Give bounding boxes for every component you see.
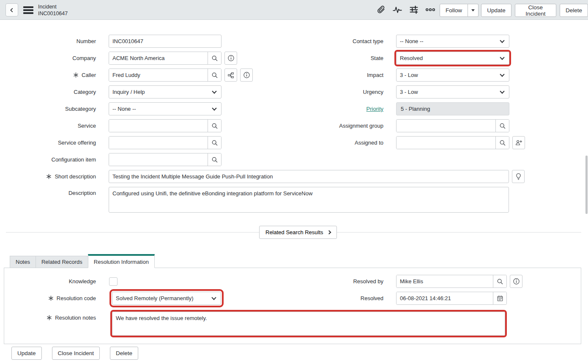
caller-info-button[interactable]	[240, 68, 253, 82]
service-offering-lookup-button[interactable]	[208, 137, 221, 149]
update-button-footer[interactable]: Update	[11, 347, 42, 360]
assigned-to-label: Assigned to	[287, 140, 383, 146]
more-options-button[interactable]	[425, 4, 436, 15]
resolved-calendar-button[interactable]	[493, 292, 506, 304]
configuration-item-input[interactable]	[109, 153, 208, 166]
subcategory-select[interactable]: -- None --	[109, 102, 222, 115]
tab-resolution-information[interactable]: Resolution Information	[88, 254, 155, 268]
delete-button-header[interactable]: Delete	[560, 4, 588, 17]
category-select[interactable]: Inquiry / Help	[109, 85, 222, 99]
caller-input[interactable]	[109, 69, 208, 81]
menu-icon[interactable]	[23, 6, 33, 15]
scrollbar-thumb[interactable]	[585, 156, 588, 214]
assigned-to-lookup-button[interactable]	[495, 137, 509, 149]
short-description-label: Short description	[0, 173, 96, 180]
close-incident-button-footer[interactable]: Close Incident	[52, 347, 100, 360]
chevron-down-icon	[212, 89, 216, 93]
activity-stream-button[interactable]	[392, 4, 403, 15]
record-number: INC0010647	[38, 10, 68, 17]
company-field	[109, 52, 222, 65]
resolved-by-field	[396, 275, 507, 288]
service-input[interactable]	[109, 120, 208, 132]
search-icon	[211, 55, 218, 62]
search-icon	[499, 123, 506, 129]
chevron-down-icon	[500, 55, 504, 60]
description-label: Description	[0, 190, 96, 196]
resolution-notes-textarea[interactable]: We have resolved the issue remotely.	[112, 312, 505, 336]
tab-strip: Notes Related Records Resolution Informa…	[4, 255, 581, 268]
urgency-label: Urgency	[287, 89, 383, 95]
number-input[interactable]	[109, 35, 222, 48]
company-input[interactable]	[109, 52, 208, 64]
number-label: Number	[0, 38, 96, 44]
state-select[interactable]: Resolved	[396, 52, 509, 65]
pulse-icon	[393, 5, 402, 14]
resolution-code-label: Resolution code	[0, 295, 96, 301]
update-button-header[interactable]: Update	[481, 4, 511, 17]
short-description-input[interactable]	[109, 170, 509, 183]
back-button[interactable]	[5, 3, 18, 16]
caller-lookup-button[interactable]	[208, 69, 221, 81]
search-icon	[211, 123, 218, 129]
caller-label: Caller	[0, 72, 96, 78]
resolved-by-lookup-button[interactable]	[493, 275, 506, 287]
record-type: Incident	[38, 3, 68, 10]
search-icon	[211, 72, 218, 79]
priority-label: Priority	[287, 106, 383, 112]
chevron-down-icon	[211, 295, 216, 300]
paperclip-icon	[377, 5, 386, 14]
assignment-group-label: Assignment group	[287, 123, 383, 129]
assignment-group-lookup-button[interactable]	[495, 120, 509, 132]
info-icon	[243, 71, 250, 79]
personalize-form-button[interactable]	[408, 4, 419, 15]
subcategory-label: Subcategory	[0, 106, 96, 112]
impact-select[interactable]: 3 - Low	[396, 68, 509, 82]
company-lookup-button[interactable]	[208, 52, 221, 64]
assignment-group-field	[396, 119, 509, 132]
lightbulb-icon	[515, 173, 522, 180]
follow-dropdown-button[interactable]	[468, 4, 479, 17]
priority-readonly-field: 5 - Planning	[396, 102, 509, 115]
chevron-down-icon	[500, 72, 504, 77]
caret-down-icon	[471, 9, 475, 11]
priority-link[interactable]: Priority	[366, 106, 383, 112]
attachment-button[interactable]	[375, 4, 386, 15]
service-lookup-button[interactable]	[208, 120, 221, 132]
impact-label: Impact	[287, 72, 383, 78]
tab-notes[interactable]: Notes	[10, 256, 36, 268]
required-icon	[48, 296, 54, 301]
search-icon	[211, 140, 218, 146]
close-incident-button-header[interactable]: Close Incident	[515, 4, 556, 17]
service-field	[109, 119, 222, 132]
resolved-input[interactable]	[397, 292, 493, 304]
company-info-button[interactable]	[224, 52, 237, 65]
assigned-to-input[interactable]	[397, 137, 495, 149]
chevron-right-icon	[327, 230, 331, 235]
caller-field	[109, 68, 222, 82]
assign-to-me-button[interactable]	[512, 136, 525, 149]
resolved-by-input[interactable]	[397, 275, 493, 287]
add-user-icon	[515, 139, 522, 146]
service-offering-input[interactable]	[109, 137, 208, 149]
state-label: State	[287, 55, 383, 61]
resolution-code-select[interactable]: Solved Remotely (Permanently)	[112, 292, 221, 305]
assignment-group-input[interactable]	[397, 120, 495, 132]
suggestion-button[interactable]	[512, 170, 525, 183]
delete-button-footer[interactable]: Delete	[110, 347, 138, 360]
resolved-by-info-button[interactable]	[510, 275, 522, 288]
tab-related-records[interactable]: Related Records	[36, 256, 88, 268]
knowledge-checkbox[interactable]	[109, 277, 118, 286]
info-icon	[227, 55, 235, 62]
contact-type-select[interactable]: -- None --	[396, 35, 509, 48]
urgency-select[interactable]: 3 - Low	[396, 85, 509, 99]
follow-button[interactable]: Follow	[440, 4, 468, 17]
related-search-results-button[interactable]: Related Search Results	[259, 226, 337, 239]
required-icon	[73, 72, 79, 78]
category-label: Category	[0, 89, 96, 95]
caller-hierarchy-button[interactable]	[224, 68, 237, 82]
hierarchy-icon	[227, 72, 234, 79]
configuration-item-lookup-button[interactable]	[208, 153, 221, 166]
company-label: Company	[0, 55, 96, 61]
knowledge-label: Knowledge	[0, 278, 96, 285]
description-textarea[interactable]: Configured using Unifi, the definitive e…	[109, 187, 509, 213]
